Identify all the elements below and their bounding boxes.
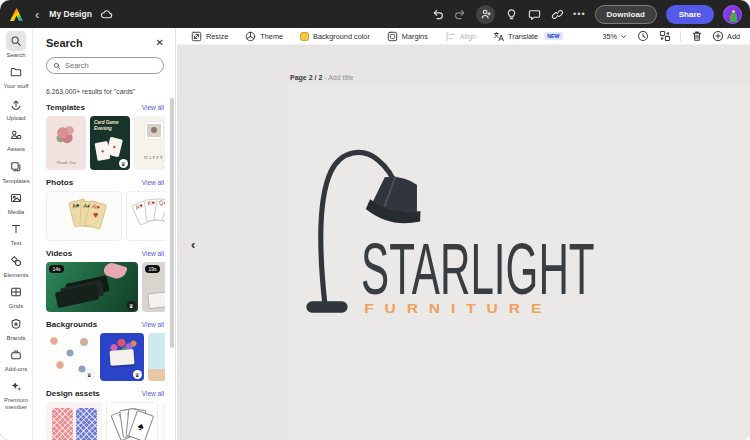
brands-shield-icon <box>6 314 26 334</box>
add-plus-icon <box>712 30 724 42</box>
resize-icon <box>191 31 202 42</box>
view-all-design-assets-link[interactable]: View all <box>142 390 164 397</box>
collapse-panel-chevron-icon[interactable]: ‹ <box>191 237 195 252</box>
redo-icon[interactable] <box>453 7 467 21</box>
account-avatar[interactable] <box>723 5 742 24</box>
toolbar-divider <box>680 31 681 42</box>
panel-title: Search <box>46 37 83 49</box>
template-thumb-thank-you[interactable]: Thank You <box>46 116 86 170</box>
page-label[interactable]: Page 2 / 2 - Add title <box>290 74 353 81</box>
elements-shapes-icon <box>6 251 26 271</box>
add-title-placeholder[interactable]: - Add title <box>324 74 353 81</box>
cloud-sync-icon[interactable] <box>100 7 114 21</box>
sidebar-item-assets[interactable]: Assets <box>0 125 33 153</box>
align-button[interactable]: Align <box>445 31 476 42</box>
background-color-button[interactable]: Background color <box>300 32 370 41</box>
main-area: Resize Theme Background color Margins <box>177 28 750 440</box>
sidebar-item-brands[interactable]: Brands <box>0 314 33 342</box>
template-thumb-card-game[interactable]: Card Game Evening ♥ ♥ ♛ <box>90 116 130 170</box>
align-icon <box>445 31 456 42</box>
templates-icon <box>6 157 26 177</box>
asset-thumb-pointing-hand[interactable] <box>162 402 165 440</box>
starlight-furniture-logo[interactable]: STARLIGHT FURNITURE <box>297 141 607 319</box>
view-all-photos-link[interactable]: View all <box>142 179 164 186</box>
adobe-express-logo-icon[interactable] <box>8 6 25 23</box>
search-panel: Search ✕ 6,263,000+ results for "cards" … <box>33 28 176 440</box>
search-input[interactable] <box>65 61 157 70</box>
app-window: ‹ My Design <box>0 0 750 440</box>
invite-collaborators-icon[interactable] <box>476 5 495 24</box>
section-photos: Photos View all A♠ A♣ A♥ ♥ A♥ K♥ Q♥ J♥ <box>46 178 164 241</box>
sidebar-item-search[interactable]: Search <box>0 31 33 59</box>
asset-thumb-card-backs[interactable]: ♛ <box>46 402 102 440</box>
undo-icon[interactable] <box>430 7 444 21</box>
view-all-videos-link[interactable]: View all <box>142 250 164 257</box>
text-icon <box>6 219 26 239</box>
add-ons-icon <box>6 345 26 365</box>
duration-badge: 14s <box>49 265 64 273</box>
sidebar-item-text[interactable]: Text <box>0 219 33 247</box>
upload-icon <box>6 94 26 114</box>
view-all-backgrounds-link[interactable]: View all <box>142 321 164 328</box>
canvas-toolbar: Resize Theme Background color Margins <box>177 28 750 45</box>
premium-crown-badge: ♛ <box>85 370 94 379</box>
link-icon[interactable] <box>550 7 564 21</box>
more-options-icon[interactable]: ••• <box>573 9 585 19</box>
sidebar-item-media[interactable]: Media <box>0 188 33 216</box>
video-thumb-laptop[interactable]: 19s <box>142 262 165 312</box>
sidebar-item-add-ons[interactable]: Add-ons <box>0 345 33 373</box>
search-icon <box>53 61 61 71</box>
sidebar-item-elements[interactable]: Elements <box>0 251 33 279</box>
premium-crown-badge: ♛ <box>133 370 142 379</box>
idea-lightbulb-icon[interactable] <box>504 7 518 21</box>
share-button[interactable]: Share <box>666 5 714 24</box>
media-icon <box>6 188 26 208</box>
asset-thumb-ace-of-spades-fan[interactable]: 5 4 2 ♠ <box>106 402 158 440</box>
resize-button[interactable]: Resize <box>191 31 228 42</box>
premium-sparkle-icon <box>6 376 26 396</box>
sidebar-item-your-stuff[interactable]: Your stuff <box>0 62 33 90</box>
sidebar-item-upload[interactable]: Upload <box>0 94 33 122</box>
download-button[interactable]: Download <box>595 5 657 24</box>
folder-icon <box>6 62 26 82</box>
zoom-level-dropdown[interactable]: 35% <box>602 32 627 41</box>
background-color-swatch <box>300 32 309 41</box>
panel-scrollbar[interactable] <box>170 98 174 348</box>
background-thumb-envelope-flowers[interactable]: ♛ <box>100 333 144 381</box>
delete-page-trash-icon[interactable] <box>690 30 703 43</box>
translate-icon <box>493 31 504 42</box>
sidebar-item-premium[interactable]: Premium member <box>0 376 33 411</box>
premium-crown-badge: ♛ <box>127 301 136 310</box>
premium-crown-badge: ♛ <box>119 159 128 168</box>
topbar: ‹ My Design <box>0 0 750 28</box>
page-timer-icon[interactable] <box>636 30 649 43</box>
translate-button[interactable]: Translate NEW <box>493 31 563 42</box>
video-thumb-card-shuffle[interactable]: 14s ♛ <box>46 262 138 312</box>
photo-thumb-hand-of-cards[interactable]: A♥ K♥ Q♥ J♥ <box>126 191 165 241</box>
search-input-box[interactable] <box>46 57 164 74</box>
document-title[interactable]: My Design <box>49 9 92 19</box>
margins-button[interactable]: Margins <box>387 31 428 42</box>
sidebar-item-templates[interactable]: Templates <box>0 157 33 185</box>
chevron-down-icon <box>620 33 627 40</box>
new-badge: NEW <box>544 32 562 40</box>
section-videos: Videos View all 14s ♛ 19s <box>46 249 164 312</box>
results-count: 6,263,000+ results for "cards" <box>46 88 164 95</box>
search-icon <box>6 31 26 51</box>
comment-icon[interactable] <box>527 7 541 21</box>
theme-button[interactable]: Theme <box>245 31 283 42</box>
photo-thumb-aces[interactable]: A♠ A♣ A♥ ♥ <box>46 191 122 241</box>
grids-icon <box>6 282 26 302</box>
sidebar-item-grids[interactable]: Grids <box>0 282 33 310</box>
section-design-assets: Design assets View all ♛ 5 4 2 ♠ <box>46 389 164 440</box>
close-icon[interactable]: ✕ <box>156 38 164 48</box>
canvas-workspace[interactable]: ‹ Page 2 / 2 - Add title <box>177 45 750 440</box>
background-thumb-winter[interactable] <box>148 333 165 381</box>
background-thumb-rainbow-pattern[interactable]: ♛ <box>46 333 96 381</box>
section-templates: Templates View all Thank You Card Game E… <box>46 103 164 170</box>
add-page-button[interactable]: Add <box>712 30 740 42</box>
reorder-pages-icon[interactable] <box>658 30 671 43</box>
view-all-templates-link[interactable]: View all <box>142 104 164 111</box>
template-thumb-happy[interactable]: HAPPY ♛ <box>134 116 165 170</box>
back-chevron-icon[interactable]: ‹ <box>33 8 41 21</box>
